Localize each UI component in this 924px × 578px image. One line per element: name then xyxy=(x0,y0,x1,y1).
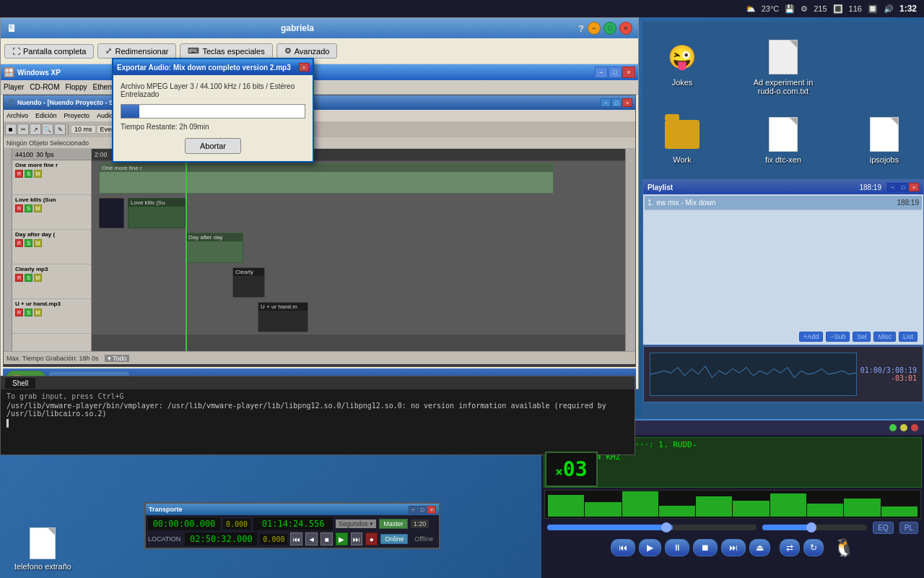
playlist-close[interactable]: × xyxy=(909,183,919,191)
minimize-button[interactable]: − xyxy=(588,22,601,35)
xmms-play-btn[interactable]: ▶ xyxy=(639,539,661,556)
playlist-sel-btn[interactable]: Sel xyxy=(853,332,871,342)
track-s-btn-4[interactable]: S xyxy=(25,309,32,316)
menu-edicion[interactable]: Edición xyxy=(35,112,57,119)
tool-btn-5[interactable]: ✎ xyxy=(54,124,66,135)
desktop-icon-ipsojobs[interactable]: ipsojobs xyxy=(841,113,924,168)
audio-clip-3[interactable]: Clearly xyxy=(232,267,265,298)
track-s-btn-2[interactable]: S xyxy=(25,239,32,247)
xmms-stop-btn[interactable]: ⏹ xyxy=(693,539,718,556)
transport-record-btn[interactable]: ● xyxy=(365,532,378,545)
track-r-btn-4[interactable]: R xyxy=(15,309,23,316)
advanced-button[interactable]: ⚙ Avanzado xyxy=(276,43,338,59)
xmms-shuffle-btn[interactable]: ⇄ xyxy=(780,539,800,556)
terminal-tab-shell[interactable]: Shell xyxy=(5,378,35,389)
desktop-icon-telefono[interactable]: telefono extraño xyxy=(14,527,71,571)
track-m-btn-4[interactable]: M xyxy=(34,309,42,316)
track-r-btn-0[interactable]: R xyxy=(15,170,23,178)
audio-clip-1-thumb[interactable] xyxy=(99,198,124,228)
transport-stop-btn[interactable]: ■ xyxy=(321,532,333,545)
playlist-item-0[interactable]: 1. ew mix - Mix down 188:19 xyxy=(645,196,922,210)
desktop-icon-jokes[interactable]: 😜 Jokes xyxy=(639,36,725,99)
track-m-btn-3[interactable]: M xyxy=(34,274,42,282)
desktop-icon-work[interactable]: Work xyxy=(639,113,725,168)
nuendo-maximize[interactable]: □ xyxy=(611,98,622,107)
transport-maximize[interactable]: □ xyxy=(418,506,427,514)
track-m-btn-0[interactable]: M xyxy=(34,170,42,178)
tool-btn-4[interactable]: 🔍 xyxy=(42,124,53,135)
audio-clip-4[interactable]: U + ur hand.m xyxy=(258,302,308,332)
playlist-minimize[interactable]: − xyxy=(887,183,897,191)
abort-button[interactable]: Abortar xyxy=(185,138,241,154)
vmware-help-btn[interactable]: ? xyxy=(578,23,584,34)
audio-clip-0[interactable]: One more fine r xyxy=(99,163,554,194)
save-icon[interactable]: 💾 xyxy=(785,4,795,14)
todo-dropdown[interactable]: ▾ Todo xyxy=(105,355,130,362)
track-s-btn-3[interactable]: S xyxy=(25,274,32,282)
transport-next-btn[interactable]: ⏭ xyxy=(351,532,363,545)
online-btn[interactable]: Online xyxy=(380,534,408,544)
playlist-add-btn[interactable]: +Add xyxy=(799,332,823,342)
xmms-next-btn[interactable]: ⏭ xyxy=(721,539,746,556)
balance-slider[interactable] xyxy=(762,525,867,530)
unit-selector[interactable]: Segundos ▾ xyxy=(336,519,376,528)
xmms-eject-btn[interactable]: ⏏ xyxy=(749,539,770,556)
pl-button[interactable]: PL xyxy=(899,522,918,534)
winxp-close[interactable]: × xyxy=(622,66,635,78)
close-button[interactable]: × xyxy=(619,22,632,35)
tool-btn-3[interactable]: ↗ xyxy=(30,124,41,135)
maximize-button[interactable]: □ xyxy=(603,22,616,35)
volume-thumb[interactable] xyxy=(661,522,671,532)
playlist-sub-btn[interactable]: −Sub xyxy=(826,332,850,342)
terminal-body[interactable]: To grab input, press Ctrl+G /usr/lib/vmw… xyxy=(1,389,635,454)
balance-thumb[interactable] xyxy=(806,522,816,532)
fullscreen-button[interactable]: ⛶ Pantalla completa xyxy=(4,44,94,59)
track-m-btn-1[interactable]: M xyxy=(34,204,42,212)
tool-btn-2[interactable]: ✂ xyxy=(17,124,29,135)
track-r-btn-1[interactable]: R xyxy=(15,204,23,212)
winxp-maximize[interactable]: □ xyxy=(609,66,622,78)
nuendo-minimize[interactable]: − xyxy=(601,98,611,107)
xmms-prev-btn[interactable]: ⏮ xyxy=(611,539,635,556)
menu-proyecto[interactable]: Proyecto xyxy=(64,112,90,119)
nuendo-close[interactable]: × xyxy=(622,98,632,107)
vertical-scrollbar[interactable] xyxy=(625,149,635,351)
playlist-list-btn[interactable]: List xyxy=(899,332,918,342)
desktop-icon-ad-experiment[interactable]: Ad experiment in rudd-o.com.txt xyxy=(740,36,827,99)
resize-button[interactable]: ⤢ Redimensionar xyxy=(97,43,176,59)
track-r-btn-3[interactable]: R xyxy=(15,274,23,282)
playlist-misc-btn[interactable]: Misc xyxy=(873,332,896,342)
time-1-20: 1:20 xyxy=(411,519,430,528)
track-s-btn-0[interactable]: S xyxy=(25,170,32,178)
offset-display-1: 0.000 xyxy=(223,519,250,530)
menu-archivo[interactable]: Archivo xyxy=(6,112,28,119)
audio-clip-2[interactable]: Day after day xyxy=(186,233,243,263)
track-r-btn-2[interactable]: R xyxy=(15,239,23,247)
menu-cdrom[interactable]: CD-ROM xyxy=(30,83,59,91)
menu-floppy[interactable]: Floppy xyxy=(65,83,87,91)
transport-play-btn[interactable]: ▶ xyxy=(336,532,348,545)
settings-icon[interactable]: ⚙ xyxy=(801,4,808,14)
volume-slider[interactable] xyxy=(547,525,757,530)
xmms-pause-btn[interactable]: ⏸ xyxy=(665,539,689,556)
transport-rewind-btn[interactable]: ◄ xyxy=(305,532,318,545)
transport-close[interactable]: × xyxy=(427,506,436,514)
tool-btn-1[interactable]: ⏺ xyxy=(5,124,17,135)
transport-minimize[interactable]: − xyxy=(409,506,417,514)
audio-clip-1[interactable]: Love kills (Su xyxy=(128,198,186,228)
offline-btn[interactable]: Offline xyxy=(411,535,437,543)
special-keys-button[interactable]: ⌨ Teclas especiales xyxy=(180,43,272,59)
winxp-minimize[interactable]: − xyxy=(595,66,608,78)
volume-icon[interactable]: 🔊 xyxy=(884,4,894,14)
track-s-btn-1[interactable]: S xyxy=(25,204,32,212)
xmms-repeat-btn[interactable]: ↻ xyxy=(803,539,824,556)
desktop-icon-fix-dtc-xen[interactable]: fix dtc-xen xyxy=(740,113,827,168)
track-m-btn-2[interactable]: M xyxy=(34,239,42,247)
playlist-maximize[interactable]: □ xyxy=(898,183,908,191)
export-close-btn[interactable]: × xyxy=(299,63,309,72)
master-btn[interactable]: Master xyxy=(379,519,408,529)
menu-audio[interactable]: Audio xyxy=(97,112,113,119)
transport-prev-btn[interactable]: ⏮ xyxy=(290,532,302,545)
eq-button[interactable]: EQ xyxy=(873,522,893,534)
menu-player[interactable]: Player xyxy=(4,83,24,91)
